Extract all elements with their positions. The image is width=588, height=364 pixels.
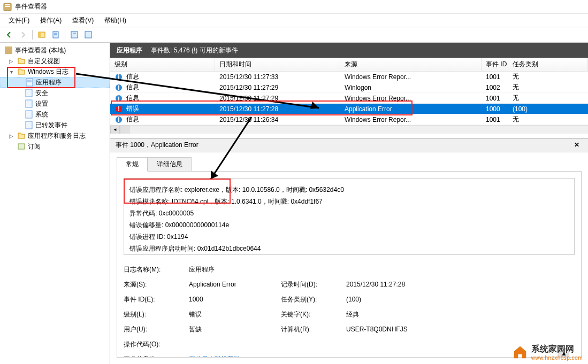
svg-rect-19 — [18, 144, 25, 149]
tree-system[interactable]: 系统 — [0, 109, 110, 120]
events-grid: 级别 日期和时间 来源 事件 ID 任务类别 i信息2015/12/30 11:… — [110, 58, 588, 134]
lbl-logged: 记录时间(D): — [281, 278, 340, 290]
col-datetime[interactable]: 日期和时间 — [215, 58, 340, 71]
folder-icon — [17, 131, 26, 140]
tree-setup[interactable]: 设置 — [0, 98, 110, 109]
error-icon: ! — [114, 105, 123, 113]
forward-button[interactable] — [17, 29, 29, 41]
svg-text:i: i — [118, 73, 119, 81]
tree-forwarded[interactable]: 已转发事件 — [0, 120, 110, 130]
more-info-link[interactable]: 事件日志联机帮助 — [189, 355, 240, 358]
properties-button[interactable] — [50, 29, 62, 41]
tree-custom-views[interactable]: ▷ 自定义视图 — [0, 56, 110, 66]
lbl-level: 级别(L): — [124, 308, 182, 320]
tab-details[interactable]: 详细信息 — [148, 157, 192, 172]
table-row[interactable]: i信息2015/12/30 11:27:29Windows Error Repo… — [110, 93, 588, 104]
cell-category: (100) — [508, 105, 588, 113]
val-source: Application Error — [189, 278, 274, 290]
watermark-url: www.hnzxhbsp.com — [531, 355, 583, 361]
cell-source: Winlogon — [340, 84, 482, 91]
svg-rect-12 — [26, 79, 33, 86]
cell-category: 无 — [508, 115, 588, 124]
val-user: 暂缺 — [189, 323, 274, 335]
app-icon — [3, 3, 12, 11]
folder-icon — [17, 57, 26, 65]
cell-eventid: 1001 — [482, 73, 508, 81]
show-hide-tree-button[interactable] — [36, 29, 48, 41]
refresh-button[interactable] — [68, 29, 80, 41]
menu-file[interactable]: 文件(F) — [4, 16, 34, 25]
val-level: 错误 — [189, 308, 274, 320]
svg-rect-1 — [5, 4, 10, 5]
detail-pane: 事件 1000，Application Error ✕ 常规 详细信息 错误应用… — [110, 138, 588, 364]
titlebar: 事件查看器 — [0, 0, 588, 14]
table-row[interactable]: i信息2015/12/30 11:26:34Windows Error Repo… — [110, 114, 588, 125]
menu-action[interactable]: 操作(A) — [36, 16, 66, 25]
val-opcode — [189, 338, 274, 350]
menu-help[interactable]: 帮助(H) — [100, 16, 131, 25]
lbl-opcode: 操作代码(O): — [124, 338, 182, 350]
log-icon — [25, 99, 33, 108]
lbl-eventid: 事件 ID(E): — [124, 293, 182, 305]
tree-security[interactable]: 安全 — [0, 88, 110, 98]
val-eventid: 1000 — [189, 293, 274, 305]
svg-text:i: i — [118, 95, 119, 102]
cell-level: 信息 — [126, 94, 139, 103]
svg-text:i: i — [118, 116, 119, 123]
detail-description[interactable]: 错误应用程序名称: explorer.exe，版本: 10.0.10586.0，… — [124, 178, 575, 255]
cell-level: 信息 — [126, 115, 139, 124]
tree-application[interactable]: 应用程序 — [0, 77, 110, 88]
close-icon[interactable]: ✕ — [574, 141, 583, 150]
svg-rect-8 — [71, 32, 78, 38]
val-logged: 2015/12/30 11:27:28 — [346, 278, 453, 290]
table-row[interactable]: !错误2015/12/30 11:27:28Application Error1… — [110, 104, 588, 114]
help-button[interactable] — [82, 29, 94, 41]
horizontal-scrollbar[interactable] — [110, 125, 588, 134]
col-level[interactable]: 级别 — [110, 58, 215, 71]
cell-datetime: 2015/12/30 11:27:28 — [215, 105, 340, 113]
tree-root[interactable]: 事件查看器 (本地) — [0, 45, 110, 56]
log-icon — [25, 110, 33, 119]
info-icon: i — [114, 73, 123, 81]
lbl-computer: 计算机(R): — [281, 323, 340, 335]
lbl-category: 任务类别(Y): — [281, 293, 340, 305]
header-title: 应用程序 — [117, 46, 142, 55]
expand-icon[interactable]: ▷ — [7, 133, 15, 139]
cell-eventid: 1002 — [482, 84, 508, 91]
cell-source: Windows Error Repor... — [340, 116, 482, 123]
log-icon — [25, 89, 33, 97]
content-header: 应用程序 事件数: 5,476 (!) 可用的新事件 — [110, 43, 588, 58]
toolbar — [0, 27, 588, 43]
tree-subscriptions[interactable]: 订阅 — [0, 141, 110, 152]
svg-rect-18 — [26, 121, 32, 129]
tab-general[interactable]: 常规 — [117, 157, 148, 172]
cell-level: 信息 — [126, 72, 139, 81]
svg-rect-16 — [26, 100, 32, 107]
tree-app-services[interactable]: ▷ 应用程序和服务日志 — [0, 130, 110, 141]
cell-source: Windows Error Repor... — [340, 73, 482, 81]
back-button[interactable] — [3, 29, 15, 41]
val-category: (100) — [346, 293, 453, 305]
col-category[interactable]: 任务类别 — [508, 58, 588, 71]
menu-view[interactable]: 查看(V) — [68, 16, 98, 25]
info-icon: i — [114, 115, 123, 124]
collapse-icon[interactable]: ▾ — [7, 69, 15, 75]
cell-level: 信息 — [126, 83, 139, 92]
col-source[interactable]: 来源 — [340, 58, 482, 71]
svg-rect-4 — [39, 32, 41, 37]
table-row[interactable]: i信息2015/12/30 11:27:29Winlogon1002无 — [110, 82, 588, 93]
watermark-brand: 系统家园网 — [531, 344, 583, 355]
detail-header: 事件 1000，Application Error ✕ — [110, 138, 588, 152]
detail-tabs: 常规 详细信息 — [110, 152, 588, 171]
header-count: 事件数: 5,476 (!) 可用的新事件 — [151, 46, 238, 55]
lbl-source: 来源(S): — [124, 278, 182, 290]
tree-windows-logs[interactable]: ▾ Windows 日志 — [0, 66, 110, 77]
col-eventid[interactable]: 事件 ID — [482, 58, 508, 71]
table-row[interactable]: i信息2015/12/30 11:27:33Windows Error Repo… — [110, 72, 588, 82]
sidebar-tree[interactable]: 事件查看器 (本地) ▷ 自定义视图 ▾ Windows 日志 应用程序 安全 — [0, 43, 110, 364]
expand-icon[interactable]: ▷ — [7, 58, 15, 64]
grid-body[interactable]: i信息2015/12/30 11:27:33Windows Error Repo… — [110, 72, 588, 125]
cell-datetime: 2015/12/30 11:27:29 — [215, 95, 340, 102]
cell-level: 错误 — [126, 104, 139, 113]
cell-datetime: 2015/12/30 11:27:29 — [215, 84, 340, 91]
